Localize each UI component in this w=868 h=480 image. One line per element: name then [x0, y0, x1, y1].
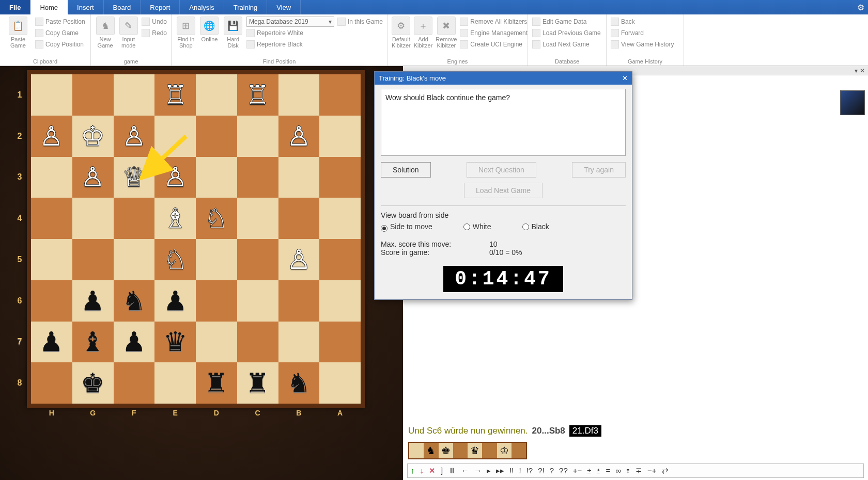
symbol-12[interactable]: ?!	[538, 466, 545, 475]
square-c6[interactable]	[237, 280, 278, 322]
square-h8[interactable]: 8	[31, 362, 72, 404]
square-a6[interactable]	[319, 280, 361, 322]
remove-all-kibitzers-button[interactable]: Remove All Kibitzers	[460, 17, 528, 27]
menu-analysis[interactable]: Analysis	[180, 0, 224, 14]
symbol-16[interactable]: ±	[587, 466, 591, 475]
try-again-button[interactable]: Try again	[572, 162, 626, 178]
find-online-button[interactable]: 🌐Online	[199, 15, 220, 50]
pane-close-icon[interactable]: ✕	[860, 67, 865, 74]
square-b2[interactable]: ♙	[278, 116, 320, 157]
square-b1[interactable]	[278, 74, 320, 116]
square-a3[interactable]	[319, 157, 361, 198]
square-e4[interactable]: ♗	[154, 198, 196, 239]
menu-home[interactable]: Home	[30, 0, 68, 14]
symbol-17[interactable]: ⩲	[597, 466, 601, 475]
square-g8[interactable]: ♚	[72, 362, 114, 404]
square-f8[interactable]	[114, 362, 155, 404]
square-b8[interactable]: ♞	[278, 362, 320, 404]
square-f4[interactable]	[114, 198, 155, 239]
symbol-4[interactable]: ⏸	[448, 466, 456, 475]
square-b6[interactable]	[278, 280, 320, 322]
load-next-game-button[interactable]: Load Next Game	[464, 183, 542, 198]
back-button[interactable]: Back	[611, 17, 679, 27]
symbol-10[interactable]: !	[519, 466, 521, 475]
database-combo[interactable]: Mega Database 2019▾	[246, 17, 334, 27]
copy-position-button[interactable]: Copy Position	[35, 39, 85, 50]
square-b4[interactable]	[278, 198, 320, 239]
symbol-3[interactable]: ]	[441, 466, 443, 475]
copy-game-button[interactable]: Copy Game	[35, 28, 85, 38]
mini-board[interactable]: ♞♚♛♔	[408, 442, 527, 459]
symbol-19[interactable]: ∞	[615, 466, 621, 475]
move-21-highlighted[interactable]: 21.Df3	[569, 425, 601, 437]
symbol-20[interactable]: ⩱	[626, 466, 630, 475]
square-d4[interactable]: ♘	[196, 198, 237, 239]
square-g4[interactable]	[72, 198, 114, 239]
square-h3[interactable]: 3	[31, 157, 72, 198]
square-g1[interactable]	[72, 74, 114, 116]
square-e8[interactable]	[154, 362, 196, 404]
square-b7[interactable]	[278, 322, 320, 363]
square-h2[interactable]: ♙2	[31, 116, 72, 157]
find-in-shop-button[interactable]: ⊞Find in Shop	[176, 15, 196, 50]
square-a7[interactable]	[319, 322, 361, 363]
square-a4[interactable]	[319, 198, 361, 239]
default-kibitzer-button[interactable]: ⚙Default Kibitzer	[392, 15, 411, 50]
symbol-8[interactable]: ▸▸	[496, 466, 504, 475]
symbol-11[interactable]: !?	[526, 466, 533, 475]
square-e1[interactable]: ♖	[154, 74, 196, 116]
square-c1[interactable]: ♖	[237, 74, 278, 116]
symbol-21[interactable]: ∓	[636, 466, 642, 475]
engine-management-button[interactable]: Engine Management	[460, 28, 528, 38]
square-f6[interactable]: ♞	[114, 280, 155, 322]
symbol-14[interactable]: ??	[559, 466, 568, 475]
solution-button[interactable]: Solution	[381, 162, 431, 178]
menu-view[interactable]: View	[267, 0, 301, 14]
square-e7[interactable]: ♛	[154, 322, 196, 363]
radio-black[interactable]: Black	[522, 222, 549, 232]
square-g5[interactable]	[72, 239, 114, 280]
square-f3[interactable]: ♕	[114, 157, 155, 198]
add-kibitzer-button[interactable]: ＋Add Kibitzer	[414, 15, 433, 50]
square-a5[interactable]	[319, 239, 361, 280]
repertoire-black-button[interactable]: Repertoire Black	[246, 39, 383, 50]
in-this-game-button[interactable]: In this Game	[337, 17, 383, 27]
square-h6[interactable]: 6	[31, 280, 72, 322]
symbol-13[interactable]: ?	[550, 466, 554, 475]
square-g6[interactable]: ♟	[72, 280, 114, 322]
pane-dropdown-icon[interactable]: ▾	[855, 67, 858, 74]
view-history-button[interactable]: View Game History	[611, 39, 679, 50]
radio-side-to-move[interactable]: Side to move	[381, 222, 432, 232]
menu-insert[interactable]: Insert	[68, 0, 104, 14]
forward-button[interactable]: Forward	[611, 28, 679, 38]
square-g3[interactable]: ♙	[72, 157, 114, 198]
square-e5[interactable]: ♘	[154, 239, 196, 280]
symbol-15[interactable]: +−	[573, 466, 582, 475]
dialog-close-icon[interactable]: ✕	[622, 74, 628, 82]
square-d3[interactable]	[196, 157, 237, 198]
create-uci-button[interactable]: Create UCI Engine	[460, 39, 528, 50]
square-d1[interactable]	[196, 74, 237, 116]
square-b3[interactable]	[278, 157, 320, 198]
square-c3[interactable]	[237, 157, 278, 198]
edit-game-data-button[interactable]: Edit Game Data	[532, 17, 602, 27]
symbol-22[interactable]: −+	[647, 466, 657, 475]
square-a1[interactable]	[319, 74, 361, 116]
square-c8[interactable]: ♜	[237, 362, 278, 404]
square-h4[interactable]: 4	[31, 198, 72, 239]
repertoire-white-button[interactable]: Repertoire White	[246, 28, 383, 38]
square-d6[interactable]	[196, 280, 237, 322]
new-game-button[interactable]: ♞New Game	[95, 15, 115, 49]
undo-button[interactable]: Undo	[142, 17, 167, 27]
square-d8[interactable]: ♜	[196, 362, 237, 404]
menu-file[interactable]: File	[0, 0, 30, 14]
redo-button[interactable]: Redo	[142, 28, 167, 38]
paste-position-button[interactable]: Paste Position	[35, 17, 85, 27]
square-c5[interactable]	[237, 239, 278, 280]
move-20[interactable]: 20...Sb8	[532, 426, 565, 436]
square-h5[interactable]: 5	[31, 239, 72, 280]
symbol-6[interactable]: →	[474, 466, 482, 475]
symbol-5[interactable]: ←	[461, 466, 469, 475]
square-h1[interactable]: 1	[31, 74, 72, 116]
square-d5[interactable]	[196, 239, 237, 280]
